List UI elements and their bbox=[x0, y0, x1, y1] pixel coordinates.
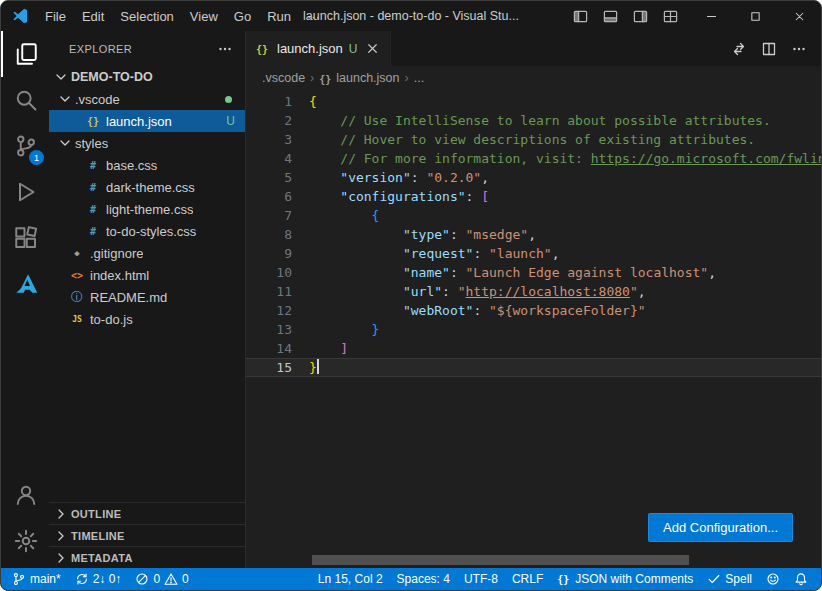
file-label: .gitignore bbox=[90, 246, 143, 261]
explorer-more-actions-icon[interactable] bbox=[217, 41, 233, 57]
code-line-11[interactable]: 11 "url": "http://localhost:8080", bbox=[246, 282, 821, 301]
tree-item-styles[interactable]: styles bbox=[49, 132, 245, 154]
chevron-down-icon bbox=[57, 135, 73, 151]
code-line-3[interactable]: 3 // Hover to view descriptions of exist… bbox=[246, 130, 821, 149]
customize-layout-button[interactable] bbox=[657, 4, 683, 28]
status-problems[interactable]: 00 bbox=[128, 568, 195, 590]
code-line-4[interactable]: 4 // For more information, visit: https:… bbox=[246, 149, 821, 168]
maximize-icon bbox=[749, 10, 762, 23]
code-line-8[interactable]: 8 "type": "msedge", bbox=[246, 225, 821, 244]
code-line-10[interactable]: 10 "name": "Launch Edge against localhos… bbox=[246, 263, 821, 282]
status-encoding[interactable]: UTF-8 bbox=[457, 568, 505, 590]
modified-indicator-dot bbox=[225, 96, 232, 103]
menu-selection[interactable]: Selection bbox=[112, 6, 181, 27]
maximize-button[interactable] bbox=[733, 1, 777, 31]
code-line-5[interactable]: 5 "version": "0.2.0", bbox=[246, 168, 821, 187]
menu-run[interactable]: Run bbox=[259, 6, 299, 27]
activity-search[interactable] bbox=[1, 77, 49, 123]
code-line-13[interactable]: 13 } bbox=[246, 320, 821, 339]
editor-group: {} launch.json U .vscode›{}launch.json›.… bbox=[246, 31, 821, 568]
toggle-secondary-sidebar-button[interactable] bbox=[627, 4, 653, 28]
breadcrumb-item[interactable]: {}launch.json bbox=[319, 71, 399, 85]
search-icon bbox=[14, 88, 38, 112]
line-number: 15 bbox=[246, 358, 309, 377]
add-configuration-button[interactable]: Add Configuration... bbox=[648, 513, 793, 542]
activity-azure[interactable] bbox=[1, 261, 49, 307]
close-button[interactable] bbox=[777, 1, 821, 31]
chevron-right-icon bbox=[53, 550, 69, 566]
menu-edit[interactable]: Edit bbox=[74, 6, 112, 27]
section-label: TIMELINE bbox=[71, 530, 125, 542]
breadcrumb-item[interactable]: ... bbox=[414, 71, 424, 85]
menu-go[interactable]: Go bbox=[226, 6, 259, 27]
tree-root-folder[interactable]: DEMO-TO-DO bbox=[49, 66, 245, 88]
section-metadata[interactable]: METADATA bbox=[49, 546, 245, 568]
code-line-7[interactable]: 7 { bbox=[246, 206, 821, 225]
tree-item-to-do.js[interactable]: JSto-do.js bbox=[49, 308, 245, 330]
chevron-right-icon bbox=[53, 528, 69, 544]
tree-item-index.html[interactable]: <>index.html bbox=[49, 264, 245, 286]
layout-controls bbox=[561, 4, 689, 28]
activity-run-and-debug[interactable] bbox=[1, 169, 49, 215]
status-language-mode[interactable]: {}JSON with Comments bbox=[550, 568, 700, 590]
toggle-primary-sidebar-button[interactable] bbox=[567, 4, 593, 28]
status-feedback[interactable] bbox=[759, 568, 787, 590]
status-indentation[interactable]: Spaces: 4 bbox=[390, 568, 457, 590]
tab-close-icon[interactable] bbox=[365, 41, 380, 56]
title-bar: FileEditSelectionViewGoRun··· launch.jso… bbox=[1, 1, 821, 31]
status-bar: main*2↓ 0↑00 Ln 15, Col 2Spaces: 4UTF-8C… bbox=[1, 568, 821, 590]
split-editor-icon[interactable] bbox=[761, 41, 777, 57]
code-editor[interactable]: 1{2 // Use IntelliSense to learn about p… bbox=[246, 90, 821, 568]
code-line-15[interactable]: 15} bbox=[246, 358, 821, 377]
tree-item-light-theme.css[interactable]: #light-theme.css bbox=[49, 198, 245, 220]
check-icon bbox=[707, 572, 721, 586]
activity-settings[interactable] bbox=[1, 518, 49, 564]
tree-item-base.css[interactable]: #base.css bbox=[49, 154, 245, 176]
horizontal-scrollbar[interactable] bbox=[312, 555, 689, 565]
tree-item-launch.json[interactable]: {}launch.jsonU bbox=[49, 110, 245, 132]
explorer-sidebar: EXPLORER DEMO-TO-DO .vscode{}launch.json… bbox=[49, 31, 246, 568]
section-timeline[interactable]: TIMELINE bbox=[49, 524, 245, 546]
gear-icon bbox=[14, 529, 38, 553]
menu-file[interactable]: File bbox=[37, 6, 74, 27]
file-label: index.html bbox=[90, 268, 149, 283]
tree-item-.vscode[interactable]: .vscode bbox=[49, 88, 245, 110]
breadcrumb-label: .vscode bbox=[262, 71, 305, 85]
line-number: 13 bbox=[246, 320, 309, 339]
status-eol[interactable]: CRLF bbox=[505, 568, 550, 590]
tab-launch-json[interactable]: {} launch.json U bbox=[246, 31, 391, 66]
code-line-12[interactable]: 12 "webRoot": "${workspaceFolder}" bbox=[246, 301, 821, 320]
activity-source-control[interactable]: 1 bbox=[1, 123, 49, 169]
activity-explorer[interactable] bbox=[1, 31, 49, 77]
breadcrumb-item[interactable]: .vscode bbox=[262, 71, 305, 85]
tree-item-dark-theme.css[interactable]: #dark-theme.css bbox=[49, 176, 245, 198]
feedback-icon bbox=[766, 572, 780, 586]
tree-item-.gitignore[interactable]: ◆.gitignore bbox=[49, 242, 245, 264]
json-file-icon: {} bbox=[85, 113, 101, 129]
line-number: 7 bbox=[246, 206, 309, 225]
status-git-branch[interactable]: main* bbox=[5, 568, 68, 590]
tree-item-README.md[interactable]: ⓘREADME.md bbox=[49, 286, 245, 308]
json-braces-icon: {} bbox=[557, 572, 571, 586]
section-outline[interactable]: OUTLINE bbox=[49, 502, 245, 524]
tree-item-to-do-styles.css[interactable]: #to-do-styles.css bbox=[49, 220, 245, 242]
more-icon[interactable] bbox=[791, 41, 807, 57]
open-changes-icon[interactable] bbox=[731, 41, 747, 57]
code-line-6[interactable]: 6 "configurations": [ bbox=[246, 187, 821, 206]
code-line-9[interactable]: 9 "request": "launch", bbox=[246, 244, 821, 263]
status-notifications[interactable] bbox=[787, 568, 815, 590]
menu-view[interactable]: View bbox=[182, 6, 226, 27]
status-spell-checker[interactable]: Spell bbox=[700, 568, 759, 590]
line-number: 3 bbox=[246, 130, 309, 149]
breadcrumb: .vscode›{}launch.json›... bbox=[246, 66, 821, 90]
code-line-14[interactable]: 14 ] bbox=[246, 339, 821, 358]
toggle-panel-button[interactable] bbox=[597, 4, 623, 28]
json-braces-icon: {} bbox=[256, 41, 271, 56]
activity-extensions[interactable] bbox=[1, 215, 49, 261]
status-sync-changes[interactable]: 2↓ 0↑ bbox=[68, 568, 129, 590]
status-cursor-position[interactable]: Ln 15, Col 2 bbox=[311, 568, 390, 590]
activity-accounts[interactable] bbox=[1, 472, 49, 518]
code-line-2[interactable]: 2 // Use IntelliSense to learn about pos… bbox=[246, 111, 821, 130]
code-line-1[interactable]: 1{ bbox=[246, 92, 821, 111]
minimize-button[interactable] bbox=[689, 1, 733, 31]
